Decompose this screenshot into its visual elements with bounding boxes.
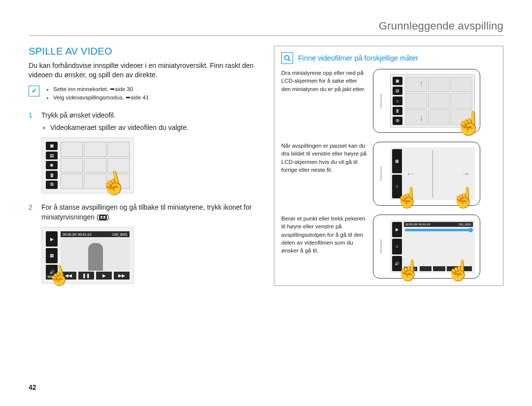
info-title-row: Finne videofilmer på forskjellige måter [281, 52, 496, 64]
arrow-right-icon: → [461, 169, 470, 179]
thumbnail-view-icon [99, 215, 107, 220]
right-column: Finne videofilmer på forskjellige måter … [274, 46, 503, 293]
intro-paragraph: Du kan forhåndsvise innspilte videoer i … [29, 61, 262, 80]
info-row-text: Når avspillingen er pauset kan du dra bi… [281, 142, 367, 174]
step-body: Trykk på ønsket videofil. Videokameraet … [41, 110, 262, 132]
step-sublist: Videokameraet spiller av videofilen du v… [41, 123, 262, 132]
sidebar-icon: ⦿ [393, 117, 402, 125]
video-player-illustration: ▶ ▦ 🔊 MENU 00:00:20/ 00:01:03 100_0001 ◀… [41, 227, 134, 284]
step-sub-item: Videokameraet spiller av videofilen du v… [50, 123, 262, 132]
scrub-bar [405, 229, 472, 231]
step-text: For å stanse avspillingen og gå tilbake … [41, 203, 252, 221]
step-number: 1 [29, 110, 35, 132]
checkmark-icon: ✓ [29, 86, 39, 96]
playback-time: 00:00:20/ 00:01:03 [63, 233, 91, 236]
lcd-sidebar: ▣ ▤ ⌂ 🗑 ⦿ [393, 77, 402, 125]
section-title: SPILLE AV VIDEO [29, 46, 262, 57]
sidebar-icon: ⦿ [46, 181, 58, 189]
device-scrub-illustration: ▶ ⌂ 🔊 00:00:20/ 00:01:03 100_0001 MENU [373, 215, 480, 279]
step-item: 1 Trykk på ønsket videofil. Videokamerae… [29, 110, 262, 132]
video-silhouette [88, 243, 103, 271]
step-number: 2 [29, 202, 35, 222]
split-line [432, 150, 433, 197]
thumbnail-grid [61, 142, 130, 189]
player-status-bar: 00:00:20/ 00:01:03 100_0001 [61, 231, 130, 237]
note-text: Velg videoavspillingsmodus. [53, 94, 126, 100]
sidebar-icon: 🗑 [46, 171, 58, 179]
note-item: Velg videoavspillingsmodus. ➥side 41 [53, 94, 149, 102]
menu-button: MENU [46, 274, 60, 280]
info-box: Finne videofilmer på forskjellige måter … [274, 46, 503, 286]
arrow-left-icon: ← [406, 169, 415, 179]
volume-icon: 🔊 [392, 256, 402, 271]
content-columns: SPILLE AV VIDEO Du kan forhåndsvise inns… [29, 46, 503, 293]
vertical-scroll-arrows: ↑ ↓ [419, 79, 424, 123]
pause-button: ❚❚ [78, 272, 94, 280]
sidebar-icon: 🗑 [393, 107, 402, 115]
sidebar-icon: ▤ [393, 87, 402, 95]
step-text: Trykk på ønsket videofil. [41, 111, 115, 119]
info-row-text: Dra miniatyrene opp eller ned på LCD-skj… [281, 69, 367, 93]
arrow-icon: ➥ [110, 86, 115, 92]
info-row-text: Berør et punkt eller trekk pekeren til h… [281, 215, 367, 255]
player-controls: ◀◀ ❚❚ ▶ ▶▶ [61, 272, 130, 280]
thumbnail-icon: ▦ [392, 149, 402, 173]
note-item: Sette inn minnekortet. ➥side 30 [53, 85, 149, 94]
page-number: 42 [29, 383, 36, 391]
lcd-sidebar: ▣ ▤ ✱ 🗑 ⦿ [46, 142, 58, 189]
clip-name: 100_0001 [112, 233, 128, 236]
sidebar-icon: ▤ [46, 152, 58, 160]
rewind-button: ◀◀ [61, 272, 76, 280]
device-scroll-illustration: ▣ ▤ ⌂ 🗑 ⦿ ↑ ↓ [373, 69, 480, 133]
step-item: 2 For å stanse avspillingen og gå tilbak… [29, 202, 262, 222]
sidebar-icon: ▣ [46, 142, 58, 150]
device-speaker [380, 94, 382, 108]
info-row: Dra miniatyrene opp eller ned på LCD-skj… [281, 69, 496, 133]
manual-page: Grunnleggende avspilling SPILLE AV VIDEO… [0, 0, 532, 406]
lcd-sidebar: ▦ ⌂ [392, 149, 402, 198]
steps-list: 1 Trykk på ønsket videofil. Videokamerae… [29, 110, 262, 132]
sidebar-icon: ✱ [46, 161, 58, 169]
arrow-icon: ➥ [126, 94, 131, 100]
note-ref: side 30 [115, 86, 133, 92]
thumbnail-grid [405, 77, 472, 125]
step-body: For å stanse avspillingen og gå tilbake … [41, 202, 262, 222]
left-column: SPILLE AV VIDEO Du kan forhåndsvise inns… [29, 46, 262, 293]
info-row: Berør et punkt eller trekk pekeren til h… [281, 215, 496, 279]
arrow-up-icon: ↑ [419, 79, 424, 89]
sidebar-icon: ▣ [393, 77, 402, 85]
thumbnail-grid-illustration: ▣ ▤ ✱ 🗑 ⦿ ☝ [41, 137, 134, 193]
playback-time: 00:00:20/ 00:01:03 [405, 223, 430, 226]
menu-button: MENU [404, 267, 417, 271]
arrow-down-icon: ↓ [419, 113, 424, 123]
home-icon: ⌂ [392, 239, 402, 254]
note-list: Sette inn minnekortet. ➥side 30 Velg vid… [44, 85, 149, 103]
note-text: Sette inn minnekortet. [53, 86, 110, 92]
step-text: ). [107, 213, 111, 221]
home-icon: ⌂ [392, 175, 402, 199]
play-button: ▶ [96, 272, 112, 280]
player-viewport [61, 238, 130, 271]
info-row: Når avspillingen er pauset kan du dra bi… [281, 142, 496, 206]
forward-button: ▶▶ [114, 272, 130, 280]
device-screen: ▦ ⌂ ← → [390, 147, 475, 200]
info-title: Finne videofilmer på forskjellige måter [298, 54, 418, 62]
device-screen: ▣ ▤ ⌂ 🗑 ⦿ ↑ ↓ [390, 74, 475, 127]
thumbnail-icon: ▦ [46, 248, 58, 263]
player-controls [420, 266, 472, 271]
header-divider [29, 35, 503, 36]
svg-point-0 [285, 56, 289, 60]
player-status-bar: 00:00:20/ 00:01:03 100_0001 [404, 222, 473, 227]
note-block: ✓ Sette inn minnekortet. ➥side 30 Velg v… [29, 85, 262, 103]
steps-list: 2 For å stanse avspillingen og gå tilbak… [29, 202, 262, 222]
home-icon: ⌂ [393, 96, 402, 105]
svg-line-1 [289, 60, 291, 62]
note-ref: side 41 [131, 94, 149, 100]
play-icon: ▶ [392, 222, 402, 237]
device-speaker [380, 239, 382, 254]
lcd-sidebar: ▶ ▦ 🔊 [46, 231, 58, 280]
device-speaker [380, 166, 382, 181]
device-screen: ▶ ⌂ 🔊 00:00:20/ 00:01:03 100_0001 MENU [390, 220, 475, 273]
magnifier-icon [281, 52, 293, 64]
device-swipe-illustration: ▦ ⌂ ← → ☝ ☝ [373, 142, 480, 206]
